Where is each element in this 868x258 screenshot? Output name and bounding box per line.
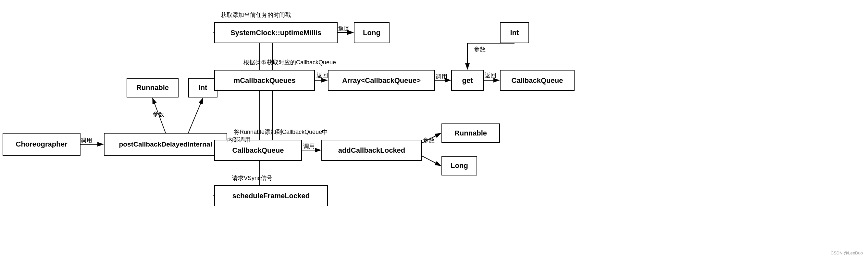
diagram-container: Choreographer postCallbackDelayedInterna… — [0, 0, 868, 258]
int1-node: Int — [188, 78, 217, 97]
arrows-svg — [0, 0, 868, 258]
label-systemclock-return: 返回 — [338, 25, 350, 32]
array-callbackqueue-node: Array<CallbackQueue> — [328, 70, 435, 91]
post-callback-node: postCallbackDelayedInternal — [104, 133, 227, 156]
long2-node: Long — [441, 156, 477, 175]
label-callbackqueue-top: 将Runnable添加到CallbackQueue中 — [234, 128, 328, 136]
runnable-node: Runnable — [127, 78, 179, 97]
label-schedule-label: 请求VSync信号 — [232, 174, 272, 182]
label-get-return: 返回 — [485, 71, 496, 79]
schedule-frame-locked-node: scheduleFrameLocked — [214, 185, 328, 206]
label-array-to-get: 调用 — [436, 73, 447, 81]
label-mcallback-top: 根据类型获取对应的CallbackQueue — [244, 58, 336, 66]
system-clock-node: SystemClock::uptimeMillis — [214, 22, 338, 43]
label-mcallback-return: 返回 — [316, 71, 328, 79]
watermark: CSDN @LeeDuo — [831, 251, 863, 255]
svg-line-25 — [422, 156, 441, 166]
add-callback-locked-node: addCallbackLocked — [321, 140, 422, 161]
choreographer-node: Choreographer — [3, 133, 81, 156]
runnable2-node: Runnable — [441, 123, 500, 143]
svg-line-22 — [188, 98, 203, 133]
label-int2-param: 参数 — [474, 46, 486, 53]
mcallbackqueues-node: mCallbackQueues — [214, 70, 315, 91]
get-node: get — [451, 70, 484, 91]
label-systemclock-top: 获取添加当前任务的时间戳 — [221, 11, 291, 19]
long1-node: Long — [354, 22, 390, 43]
label-callbackqueue-call: 调用 — [303, 142, 315, 150]
label-internal-call: 内部调用 — [227, 136, 251, 144]
callbackqueue1-node: CallbackQueue — [500, 70, 575, 91]
label-choreographer-to-post: 调用 — [81, 137, 92, 144]
label-addcallback-param: 参数 — [423, 137, 435, 144]
label-param-arrow: 参数 — [153, 111, 164, 118]
int2-node: Int — [500, 22, 529, 43]
